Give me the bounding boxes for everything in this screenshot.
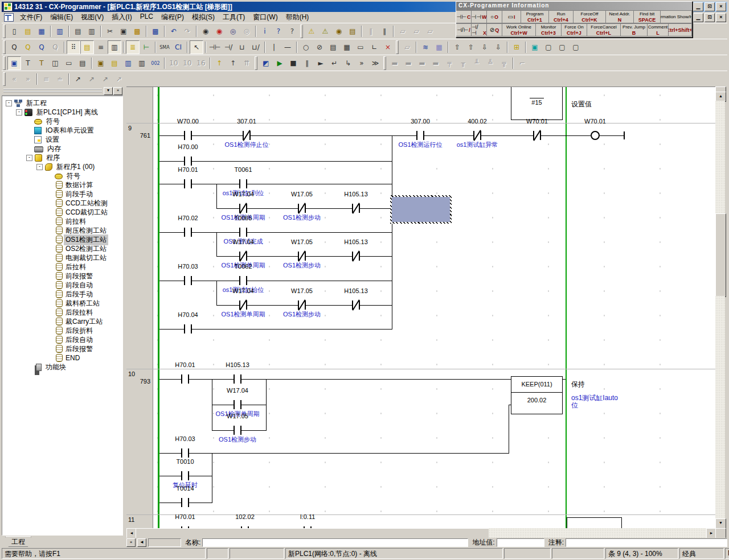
show-grid-icon[interactable]: ⠿ — [67, 40, 80, 54]
show-section-tree-icon[interactable]: ⊢ — [140, 40, 153, 54]
set-value-2-icon[interactable]: ⇧ — [450, 40, 464, 54]
new-or-contact-icon[interactable]: ⊔ — [235, 40, 249, 54]
new-contact-icon[interactable]: ⊣⊢ — [208, 40, 222, 54]
compare-section-icon[interactable]: ⇈ — [240, 56, 253, 70]
differential-monit-3-icon[interactable]: ╨ — [470, 56, 484, 70]
scroll-thumb-vertical[interactable] — [715, 213, 726, 297]
watch-window-x-icon[interactable]: ▢ — [555, 40, 569, 54]
tree-expander[interactable]: - — [36, 164, 43, 170]
build-tool-icon[interactable]: T — [21, 56, 35, 70]
memory-view-4-icon[interactable]: ▬ — [429, 56, 443, 70]
paste-icon[interactable]: ▩ — [130, 24, 144, 38]
delete-element-icon[interactable]: × — [381, 40, 395, 54]
pause-icon[interactable]: ∥ — [378, 24, 391, 38]
compile-program-icon[interactable]: ⚠ — [305, 24, 318, 38]
operand-back-button[interactable]: ◄ — [137, 538, 146, 547]
go-to-prev-reference-icon[interactable]: ↗ — [99, 72, 112, 86]
new-coil-icon[interactable]: ○ — [299, 40, 313, 54]
build-check-icon[interactable]: T — [35, 56, 48, 70]
open-project-icon[interactable]: ▤ — [21, 24, 35, 38]
find-error-icon[interactable]: ◉ — [332, 24, 346, 38]
cut-icon[interactable]: ✂ — [103, 24, 117, 38]
new-inverted-instruction-icon[interactable]: ▭ — [354, 40, 367, 54]
differential-monit-1-icon[interactable]: ╤ — [443, 56, 456, 70]
find-next-icon[interactable]: ◎ — [226, 24, 240, 38]
upload-section-icon[interactable]: ↑ — [212, 56, 226, 70]
workspace-close-button[interactable]: × — [113, 87, 122, 95]
child-minimize-button[interactable]: ▁ — [693, 13, 703, 22]
return-jump-icon[interactable]: ⌐ — [515, 56, 529, 70]
menu-item-9[interactable]: 窗口(W) — [249, 11, 281, 23]
show-monitor-boxes-icon[interactable]: ▥ — [108, 40, 121, 54]
object-browser-icon[interactable]: ◫ — [48, 56, 62, 70]
zoom-in-icon[interactable]: Q — [35, 40, 48, 54]
tree-item-裁Carry工站[interactable]: 裁Carry工站 — [2, 317, 122, 326]
compile-all-icon[interactable]: ⚠ — [318, 24, 332, 38]
sim-pause-icon[interactable]: ∥ — [300, 56, 314, 70]
new-instruction-icon[interactable]: ▤ — [326, 40, 340, 54]
tree-item-前段报警[interactable]: 前段报警 — [2, 271, 122, 281]
menu-item-4[interactable]: 插入(I) — [108, 11, 136, 23]
differential-monit-5-icon[interactable]: ╦ — [497, 56, 511, 70]
close-button[interactable]: × — [716, 2, 726, 11]
tree-item-后段折料[interactable]: 后段折料 — [2, 326, 122, 335]
menu-item-6[interactable]: 编程(P) — [157, 11, 188, 23]
new-horizontal-line-icon[interactable]: — — [281, 40, 294, 54]
set-value-x-icon[interactable]: ⇧ — [464, 40, 478, 54]
partial-instruction-box[interactable] — [567, 517, 622, 528]
view-windows-icon[interactable]: ▣ — [7, 56, 21, 70]
print-preview-doc-icon[interactable]: ▥ — [53, 24, 67, 38]
go-to-rung-icon[interactable]: ↗ — [71, 72, 85, 86]
differential-monit-2-icon[interactable]: ╥ — [456, 56, 470, 70]
indent-right-icon[interactable]: » — [21, 72, 35, 86]
select-mode-icon[interactable]: ↖ — [190, 40, 203, 54]
compare-sections-icon[interactable]: ≋ — [419, 40, 432, 54]
force-set-icon[interactable]: ⇩ — [478, 40, 492, 54]
tree-item-CCD裁切工站[interactable]: CCD裁切工站 — [2, 208, 122, 217]
restore-button[interactable]: ⊡ — [705, 2, 715, 11]
step-out-icon[interactable]: ↳ — [341, 56, 355, 70]
tree-expander[interactable]: - — [6, 100, 12, 106]
save-project-icon[interactable]: ▦ — [35, 24, 48, 38]
print-icon[interactable]: ▤ — [71, 24, 85, 38]
show-section-list-icon[interactable]: ≣ — [126, 40, 140, 54]
zoom-out-icon[interactable]: Q — [7, 40, 21, 54]
scroll-track-right[interactable] — [489, 528, 706, 538]
local-symbol-table-icon[interactable]: ▤ — [108, 56, 121, 70]
selection-cursor[interactable] — [390, 195, 452, 224]
find-icon[interactable]: ◉ — [199, 24, 212, 38]
menu-item-5[interactable]: PLC — [136, 11, 157, 23]
base-decimal-signed-icon[interactable]: 10 — [181, 56, 194, 70]
watch-window-2-icon[interactable]: ▢ — [542, 40, 555, 54]
tree-item-后段自动[interactable]: 后段自动 — [2, 335, 122, 344]
tree-item-IO表和单元设置[interactable]: IO表和单元设置 — [2, 126, 122, 135]
tree-item-内存[interactable]: 内存 — [2, 144, 122, 153]
watch-window-7-icon[interactable]: ▢ — [569, 40, 583, 54]
dock-handle[interactable] — [3, 89, 102, 93]
minimize-button[interactable]: ▁ — [693, 2, 703, 11]
tree-expander[interactable]: - — [16, 109, 22, 116]
sim-run-icon[interactable]: ▶ — [273, 56, 286, 70]
comment-input[interactable] — [566, 538, 727, 547]
cross-reference-icon[interactable]: ▣ — [94, 56, 108, 70]
new-closed-coil-icon[interactable]: ⊘ — [313, 40, 326, 54]
tree-item-数据计算[interactable]: 数据计算 — [2, 180, 122, 190]
pin-window-icon[interactable]: ▭ — [62, 56, 76, 70]
continuous-step-run-icon[interactable]: » — [355, 56, 368, 70]
transfer-pause-icon[interactable]: ∥ — [364, 24, 378, 38]
help-icon[interactable]: ? — [272, 24, 285, 38]
find-replace-icon[interactable]: ◉ — [212, 24, 226, 38]
time-chart-monitor-icon[interactable]: ▦ — [432, 40, 446, 54]
memory-view-1-icon[interactable]: ▬ — [388, 56, 402, 70]
show-ci-dialog-icon[interactable]: CI — [171, 40, 185, 54]
ladder-canvas[interactable]: 97611079311 #15设置值W70.00307.01OS1检测停止位30… — [126, 87, 715, 528]
print-preview-icon[interactable]: ▥ — [85, 24, 99, 38]
new-closed-contact-icon[interactable]: ⊣/ — [222, 40, 235, 54]
base-decimal-icon[interactable]: 10 — [167, 56, 181, 70]
tab-project[interactable]: 工程 — [5, 536, 31, 547]
transfer-from-plc-icon[interactable]: ▱ — [409, 24, 423, 38]
go-to-clear-icon[interactable]: ↗ — [112, 72, 126, 86]
tree-item-前段自动[interactable]: 前段自动 — [2, 281, 122, 290]
timer-set-value-box[interactable]: #15 — [511, 87, 563, 120]
new-project-icon[interactable]: ▯ — [7, 24, 21, 38]
